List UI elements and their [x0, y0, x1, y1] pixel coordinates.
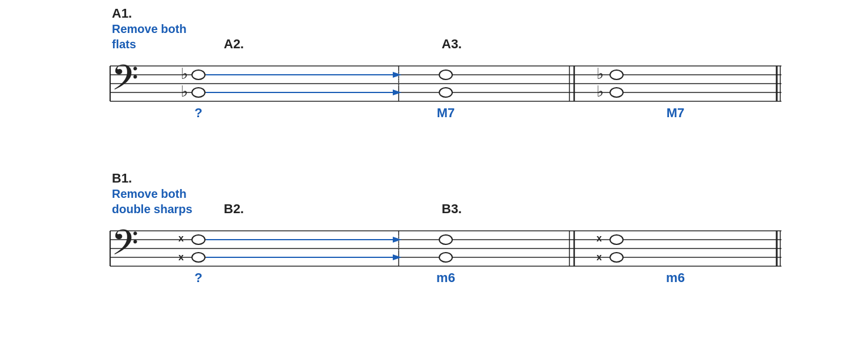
svg-point-25: [610, 88, 623, 97]
svg-point-55: [610, 253, 623, 262]
svg-marker-45: [393, 237, 402, 243]
svg-text:♭: ♭: [597, 83, 604, 100]
svg-point-48: [192, 253, 205, 262]
staff-b: 𝄢 x x: [77, 220, 791, 288]
svg-text:?: ?: [194, 105, 202, 120]
instruction-b: Remove both double sharps: [112, 186, 206, 217]
svg-point-51: [439, 253, 452, 262]
svg-text:♭: ♭: [181, 83, 188, 100]
svg-point-18: [192, 88, 205, 97]
svg-text:M7: M7: [437, 105, 455, 120]
svg-text:m6: m6: [436, 270, 455, 285]
svg-text:x: x: [178, 252, 184, 262]
row-b: B1. Remove both double sharps B2. B3. 𝄢: [77, 171, 791, 290]
svg-text:x: x: [178, 233, 184, 243]
svg-text:m6: m6: [666, 270, 685, 285]
svg-marker-20: [393, 90, 402, 95]
label-b2: B2.: [224, 201, 244, 217]
label-a2: A2.: [224, 37, 244, 52]
svg-text:𝄢: 𝄢: [111, 224, 138, 271]
svg-text:x: x: [597, 233, 602, 243]
svg-point-16: [439, 70, 452, 79]
svg-point-13: [192, 70, 205, 79]
label-b1: B1.: [112, 171, 206, 186]
svg-marker-50: [393, 254, 402, 260]
staff-a: 𝄢 ♭ ♭: [77, 55, 791, 123]
svg-point-46: [439, 235, 452, 244]
svg-text:x: x: [597, 252, 602, 262]
label-b3: B3.: [442, 201, 462, 217]
page-container: A1. Remove both flats A2. A3. 𝄢: [0, 0, 868, 338]
label-a1: A1.: [112, 6, 206, 21]
svg-point-53: [610, 235, 623, 244]
svg-point-21: [439, 88, 452, 97]
svg-text:𝄢: 𝄢: [111, 59, 138, 106]
svg-text:M7: M7: [667, 105, 685, 120]
row-a: A1. Remove both flats A2. A3. 𝄢: [77, 6, 791, 125]
instruction-a: Remove both flats: [112, 21, 206, 52]
svg-point-43: [192, 235, 205, 244]
svg-text:♭: ♭: [597, 65, 604, 82]
label-a3: A3.: [442, 37, 462, 52]
svg-text:?: ?: [194, 270, 202, 285]
svg-text:♭: ♭: [181, 65, 188, 82]
svg-point-23: [610, 70, 623, 79]
svg-marker-15: [393, 72, 402, 78]
